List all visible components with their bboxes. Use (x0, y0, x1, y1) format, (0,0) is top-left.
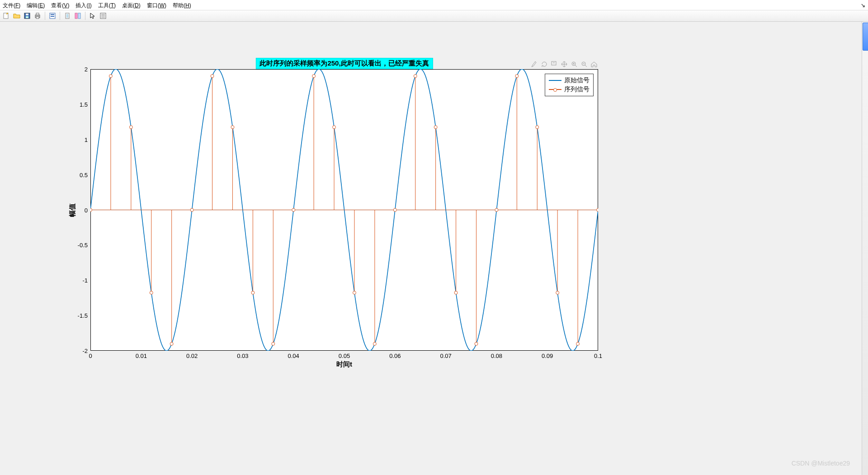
y-tick-label: -1.5 (78, 312, 88, 319)
menu-file[interactable]: 文件(F) (3, 2, 20, 9)
open-button[interactable] (12, 11, 21, 20)
pointer-button[interactable] (88, 11, 97, 20)
svg-point-52 (312, 75, 316, 78)
dock-button[interactable] (73, 11, 82, 20)
svg-rect-13 (78, 13, 80, 19)
figure-canvas: 此时序列的采样频率为250,此时可以看出，已经严重失真 幅值 时间t -2-1.… (0, 22, 868, 475)
new-figure-button[interactable] (2, 11, 11, 20)
x-tick-label: 0 (89, 353, 92, 359)
svg-rect-9 (51, 16, 54, 17)
legend[interactable]: 原始信号 序列信号 (545, 74, 594, 96)
menubar: 文件(F) 编辑(E) 查看(V) 插入(I) 工具(T) 桌面(D) 窗口(W… (0, 0, 868, 10)
axes[interactable]: 此时序列的采样频率为250,此时可以看出，已经严重失真 幅值 时间t -2-1.… (90, 69, 598, 351)
svg-point-74 (536, 126, 539, 129)
x-axis-label: 时间t (336, 360, 352, 369)
y-tick-label: 2 (85, 66, 88, 73)
y-tick-label: 1.5 (80, 101, 88, 108)
toolbar (0, 10, 868, 22)
x-tick-label: 0.04 (288, 353, 299, 359)
legend-swatch-line-icon (549, 80, 561, 81)
svg-point-62 (414, 75, 417, 78)
menu-tools[interactable]: 工具(T) (98, 2, 116, 9)
svg-point-42 (211, 75, 214, 78)
svg-point-34 (129, 126, 132, 129)
x-tick-label: 0.09 (542, 353, 553, 359)
menu-insert[interactable]: 插入(I) (75, 2, 91, 9)
x-tick-label: 0.06 (389, 353, 401, 359)
menu-view[interactable]: 查看(V) (51, 2, 69, 9)
svg-point-80 (597, 208, 599, 212)
svg-point-78 (576, 342, 580, 345)
svg-line-21 (575, 65, 577, 67)
svg-point-46 (251, 291, 255, 294)
x-tick-label: 0.05 (339, 353, 350, 359)
svg-point-58 (373, 342, 376, 345)
svg-rect-18 (552, 61, 556, 65)
svg-rect-11 (66, 14, 68, 18)
svg-point-54 (333, 126, 336, 129)
svg-point-40 (190, 208, 193, 212)
svg-point-70 (495, 208, 498, 212)
svg-rect-8 (51, 14, 54, 15)
save-button[interactable] (23, 11, 32, 20)
x-tick-label: 0.1 (594, 353, 602, 359)
svg-point-64 (434, 126, 437, 129)
svg-point-30 (90, 208, 92, 212)
legend-label-original: 原始信号 (564, 76, 590, 85)
svg-point-72 (515, 75, 519, 78)
svg-rect-2 (26, 14, 28, 15)
svg-point-48 (272, 342, 275, 345)
figure-scrollbar[interactable] (862, 22, 868, 475)
y-tick-label: -0.5 (78, 242, 88, 249)
legend-entry-original: 原始信号 (549, 76, 590, 85)
x-tick-label: 0.03 (237, 353, 248, 359)
menu-window[interactable]: 窗口(W) (147, 2, 166, 9)
svg-point-60 (393, 208, 396, 212)
legend-swatch-stem-icon (549, 89, 561, 90)
y-tick-label: 1 (85, 136, 88, 143)
x-tick-label: 0.07 (440, 353, 451, 359)
y-tick-label: -1 (82, 277, 88, 284)
rotate-icon[interactable] (540, 60, 548, 68)
y-tick-label: 0.5 (80, 171, 88, 178)
svg-point-66 (454, 291, 458, 294)
print-button[interactable] (33, 11, 42, 20)
y-tick-label: -2 (82, 348, 88, 354)
svg-line-25 (585, 65, 587, 67)
pan-icon[interactable] (560, 60, 568, 68)
x-tick-label: 0.08 (491, 353, 502, 359)
x-tick-label: 0.01 (136, 353, 147, 359)
brush-icon[interactable] (530, 60, 538, 68)
watermark: CSDN @Mistletoe29 (792, 460, 850, 467)
legend-entry-sampled: 序列信号 (549, 85, 590, 94)
axes-toolbar (530, 60, 598, 68)
plot-svg (90, 69, 598, 351)
home-icon[interactable] (590, 60, 598, 68)
zoom-in-icon[interactable] (570, 60, 578, 68)
menu-desktop[interactable]: 桌面(D) (122, 2, 141, 9)
menu-help[interactable]: 帮助(H) (173, 2, 191, 9)
svg-point-38 (170, 342, 173, 345)
legend-label-sampled: 序列信号 (564, 85, 590, 94)
y-axis-label: 幅值 (68, 203, 77, 217)
y-tick-label: 0 (85, 207, 88, 213)
svg-point-36 (150, 291, 153, 294)
menu-overflow-icon[interactable]: ↘ (861, 2, 865, 9)
svg-rect-6 (36, 17, 39, 19)
toolbar-separator (45, 12, 45, 20)
zoom-out-icon[interactable] (580, 60, 588, 68)
link-button[interactable] (63, 11, 72, 20)
svg-rect-3 (26, 16, 28, 18)
inspector-button[interactable] (99, 11, 108, 20)
svg-point-32 (109, 75, 112, 78)
svg-point-76 (556, 291, 559, 294)
svg-rect-5 (36, 13, 39, 15)
datatip-icon[interactable] (550, 60, 558, 68)
print-preview-button[interactable] (48, 11, 57, 20)
svg-point-56 (353, 291, 356, 294)
menu-edit[interactable]: 编辑(E) (27, 2, 45, 9)
x-tick-label: 0.02 (186, 353, 198, 359)
svg-rect-12 (75, 13, 77, 19)
svg-point-68 (475, 342, 478, 345)
svg-point-44 (231, 126, 234, 129)
